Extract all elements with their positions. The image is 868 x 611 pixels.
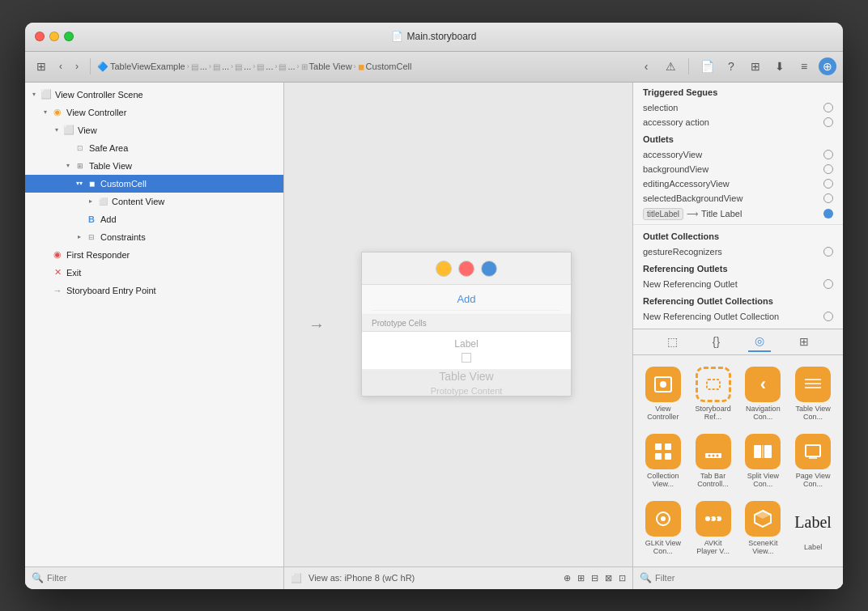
breadcrumb-item-2[interactable]: ▤ ... — [191, 62, 207, 71]
breadcrumb-item-table[interactable]: ⊞ Table View — [301, 62, 352, 71]
back-button[interactable]: ‹ — [54, 59, 67, 74]
grid-icon[interactable]: ⊞ — [577, 573, 585, 583]
lib-item-glkit[interactable]: GLKit View Con... — [640, 496, 687, 560]
lib-tab-media[interactable]: ⊞ — [793, 332, 815, 351]
tree-item-vc-scene[interactable]: ⬜ View Controller Scene — [25, 86, 283, 104]
fit-icon[interactable]: ⊟ — [591, 573, 598, 583]
tree-item-first-responder[interactable]: ◉ First Responder — [25, 246, 283, 264]
svg-rect-7 — [665, 443, 671, 450]
zoom-icon[interactable]: ⊕ — [564, 573, 571, 583]
dot-accessoryview[interactable] — [823, 150, 833, 159]
help-icon-btn[interactable]: ? — [721, 57, 741, 76]
prototype-cells-header: Prototype Cells — [362, 315, 571, 332]
main-window: 📄 Main.storyboard ⊞ ‹ › 🔷 TableViewExamp… — [25, 23, 843, 589]
dot-new-ref[interactable] — [823, 279, 833, 289]
tree-item-custom-cell[interactable]: ▾ ◼ CustomCell — [25, 175, 283, 193]
maximize-button[interactable] — [64, 32, 74, 41]
main-content: ⬜ View Controller Scene ◉ View Controlle… — [25, 83, 843, 589]
inspector-icon-btn[interactable]: ⊞ — [746, 57, 765, 76]
dot-selection[interactable] — [823, 103, 833, 112]
disclosure-view[interactable] — [51, 125, 62, 136]
list-icon-btn[interactable]: ≡ — [794, 57, 814, 76]
lib-item-table-vc[interactable]: Table View Con... — [789, 362, 836, 426]
tree-item-entry-point[interactable]: → Storyboard Entry Point — [25, 282, 283, 299]
layout-icon[interactable]: ⊠ — [605, 573, 612, 583]
library-filter-input[interactable] — [655, 573, 836, 583]
separator — [90, 58, 91, 74]
add-icon-btn[interactable]: ⊕ — [819, 57, 836, 75]
dot-new-ref-coll[interactable] — [823, 312, 833, 321]
svg-rect-2 — [707, 380, 720, 389]
device-icon: ⬜ — [291, 573, 302, 583]
svg-rect-14 — [754, 445, 761, 458]
tag-titlelabel: titleLabel — [643, 208, 683, 220]
icon-first-responder: ◉ — [51, 248, 64, 261]
iphone-toolbar — [362, 252, 571, 285]
tree-item-safe-area[interactable]: ⊡ Safe Area — [25, 139, 283, 157]
breadcrumb-item-1[interactable]: 🔷 TableViewExample — [97, 62, 185, 72]
forward-button[interactable]: › — [70, 59, 83, 74]
prototype-cells-label: Prototype Cells — [372, 319, 427, 328]
new-referencing-outlet: New Referencing Outlet — [633, 277, 843, 291]
disclosure-vc-scene[interactable] — [28, 89, 40, 100]
lib-item-label[interactable]: Label Label — [789, 496, 836, 560]
dot-titlelabel-filled[interactable] — [823, 209, 833, 219]
lib-item-split-vc[interactable]: Split View Con... — [740, 429, 787, 493]
toolbar-dot-red — [458, 261, 474, 277]
disclosure-table[interactable] — [62, 160, 74, 172]
close-button[interactable] — [35, 32, 45, 41]
dot-accessory[interactable] — [823, 117, 833, 127]
nav-filter-input[interactable] — [47, 573, 277, 583]
tree-item-add[interactable]: B Add — [25, 210, 283, 228]
tree-item-table[interactable]: ⊞ Table View — [25, 157, 283, 175]
lib-item-scenekit[interactable]: SceneKit View... — [740, 496, 787, 560]
lib-item-view-controller[interactable]: View Controller — [640, 362, 687, 426]
lib-item-avkit[interactable]: AVKit Player V... — [690, 496, 737, 560]
breadcrumb-item-customcell[interactable]: ◼ CustomCell — [358, 62, 412, 71]
lib-label-page: Page View Con... — [793, 472, 833, 488]
svg-point-13 — [716, 454, 718, 456]
lib-item-collection-vc[interactable]: Collection View... — [640, 429, 687, 493]
breadcrumb-item-6[interactable]: ▤ ... — [279, 62, 295, 71]
minimize-button[interactable] — [49, 32, 59, 41]
nav-tree: ⬜ View Controller Scene ◉ View Controlle… — [25, 83, 283, 566]
dot-backgroundview[interactable] — [823, 164, 833, 174]
breadcrumb-item-4[interactable]: ▤ ... — [235, 62, 251, 71]
connection-target-name: Title Label — [701, 209, 742, 219]
device-label: View as: iPhone 8 (wC hR) — [308, 573, 415, 583]
lib-label-avkit: AVKit Player V... — [693, 539, 734, 555]
icon-exit: ✕ — [51, 266, 64, 279]
tree-item-content-view[interactable]: ⬜ Content View — [25, 193, 283, 210]
dot-selectedbg[interactable] — [823, 193, 833, 203]
disclosure-constraints[interactable] — [74, 231, 85, 243]
tree-item-view[interactable]: ⬜ View — [25, 121, 283, 139]
dot-gesture[interactable] — [823, 247, 833, 257]
breadcrumb-item-5[interactable]: ▤ ... — [257, 62, 273, 71]
icon-add: B — [85, 213, 98, 226]
lib-item-tab-bar[interactable]: Tab Bar Controll... — [690, 429, 737, 493]
lib-tab-code[interactable]: {} — [706, 332, 726, 351]
library-grid: View Controller Storyboard Ref... ‹ Navi… — [633, 355, 843, 566]
canvas-bottom-bar: ⬜ View as: iPhone 8 (wC hR) ⊕ ⊞ ⊟ ⊠ ⊡ — [284, 566, 632, 589]
lib-tab-object[interactable]: ◎ — [748, 331, 771, 352]
lib-item-storyboard-ref[interactable]: Storyboard Ref... — [690, 362, 737, 426]
tree-item-exit[interactable]: ✕ Exit — [25, 264, 283, 282]
scene-icon[interactable]: ⊡ — [619, 573, 626, 583]
gesture-recognizers: gestureRecognizers — [633, 244, 843, 259]
download-icon-btn[interactable]: ⬇ — [770, 57, 789, 76]
tree-item-constraints[interactable]: ⊟ Constraints — [25, 228, 283, 246]
file-icon-btn[interactable]: 📄 — [697, 57, 717, 76]
nav-back-icon[interactable]: ‹ — [636, 57, 656, 76]
dot-editingaccessory[interactable] — [823, 179, 833, 189]
lib-tab-file[interactable]: ⬚ — [661, 332, 684, 351]
tree-item-vc[interactable]: ◉ View Controller — [25, 104, 283, 121]
lib-icon-storyboard-ref — [696, 367, 731, 402]
lib-item-page-vc[interactable]: Page View Con... — [789, 429, 836, 493]
warn-icon[interactable]: ⚠ — [661, 57, 680, 76]
lib-item-nav-controller[interactable]: ‹ Navigation Con... — [740, 362, 787, 426]
breadcrumb-item-3[interactable]: ▤ ... — [213, 62, 229, 71]
disclosure-vc[interactable] — [40, 107, 51, 118]
disclosure-cell[interactable]: ▾ — [74, 178, 85, 189]
disclosure-content[interactable] — [85, 196, 96, 207]
grid-button[interactable]: ⊞ — [32, 57, 51, 76]
